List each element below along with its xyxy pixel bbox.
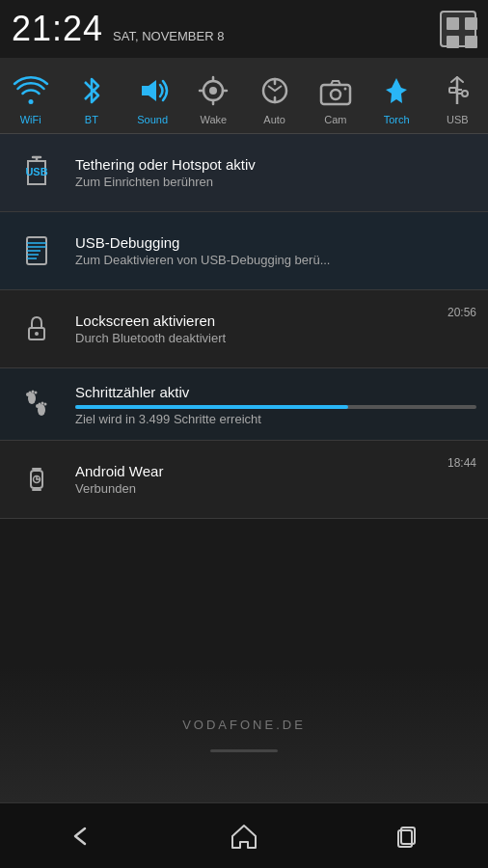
toggle-bt-label: BT	[85, 114, 98, 125]
usb-debug-title: USB-Debugging	[75, 234, 476, 251]
toggle-sound-label: Sound	[137, 114, 168, 125]
toggle-auto-label: Auto	[263, 114, 285, 125]
svg-rect-0	[447, 17, 459, 30]
contact-grid-icon	[440, 11, 476, 47]
svg-point-44	[41, 402, 44, 405]
lockscreen-content: Lockscreen aktivieren Durch Bluetooth de…	[75, 312, 440, 345]
toggle-auto[interactable]: Auto	[248, 66, 301, 129]
android-wear-time: 18:44	[447, 456, 476, 470]
toggle-wake-label: Wake	[201, 114, 228, 125]
carrier-text: VODAFONE.DE	[182, 718, 306, 732]
lockscreen-time: 20:56	[447, 306, 476, 319]
svg-point-40	[32, 391, 35, 393]
bg-section: VODAFONE.DE	[0, 667, 488, 802]
carrier-label-area: VODAFONE.DE	[0, 667, 488, 802]
lockscreen-title: Lockscreen aktivieren	[75, 312, 440, 329]
svg-point-45	[44, 403, 47, 406]
notification-pedometer[interactable]: Schrittzähler aktiv Ziel wird in 3.499 S…	[0, 368, 488, 441]
svg-rect-21	[449, 88, 456, 93]
usb-icon	[436, 69, 478, 112]
pedometer-subtitle: Ziel wird in 3.499 Schritte erreicht	[75, 412, 476, 426]
progress-bar-fill	[75, 405, 348, 409]
status-right	[440, 11, 476, 47]
footprint-icon-wrap	[12, 380, 62, 430]
usb-debug-content: USB-Debugging Zum Deaktivieren von USB-D…	[75, 234, 476, 267]
toggle-bt[interactable]: BT	[65, 66, 118, 129]
wifi-icon	[10, 69, 52, 112]
home-button[interactable]	[215, 807, 273, 865]
quick-toggles: WiFi BT Sound	[0, 58, 488, 134]
usb-debug-icon-wrap	[12, 226, 62, 276]
recents-button[interactable]	[378, 807, 436, 865]
android-wear-content: Android Wear Verbunden	[75, 463, 440, 496]
usb-debug-subtitle: Zum Deaktivieren von USB-Debugging berü.…	[75, 253, 476, 267]
notification-android-wear[interactable]: Android Wear Verbunden 18:44	[0, 441, 488, 519]
status-time: 21:24	[12, 9, 103, 49]
tethering-icon-wrap: USB	[12, 148, 62, 198]
toggle-torch-label: Torch	[384, 114, 410, 125]
notification-lockscreen[interactable]: Lockscreen aktivieren Durch Bluetooth de…	[0, 290, 488, 368]
status-date: SAT, NOVEMBER 8	[113, 29, 224, 43]
lock-icon-wrap	[12, 304, 62, 354]
wake-icon	[192, 69, 234, 112]
toggles-row: WiFi BT Sound	[0, 66, 488, 129]
toggle-wake[interactable]: Wake	[187, 66, 240, 129]
android-wear-title: Android Wear	[75, 463, 440, 479]
camera-icon	[314, 69, 357, 112]
svg-marker-52	[232, 826, 256, 848]
svg-marker-4	[142, 80, 156, 101]
svg-point-35	[35, 332, 39, 336]
android-wear-subtitle: Verbunden	[75, 481, 440, 496]
notification-usb-debug[interactable]: USB-Debugging Zum Deaktivieren von USB-D…	[0, 212, 488, 290]
svg-rect-3	[465, 36, 477, 48]
svg-point-22	[462, 91, 468, 96]
svg-text:USB: USB	[25, 166, 47, 177]
status-left: 21:24 SAT, NOVEMBER 8	[12, 9, 224, 49]
pedometer-title: Schrittzähler aktiv	[75, 384, 476, 400]
toggle-usb-label: USB	[447, 114, 469, 125]
auto-icon	[254, 69, 296, 112]
progress-bar-wrap	[75, 405, 476, 409]
watch-icon-wrap	[12, 454, 62, 504]
lockscreen-subtitle: Durch Bluetooth deaktiviert	[75, 331, 440, 345]
back-button[interactable]	[52, 807, 110, 865]
sound-icon	[131, 69, 174, 112]
bluetooth-icon	[70, 69, 113, 112]
toggle-cam-label: Cam	[324, 114, 346, 125]
toggle-wifi-label: WiFi	[20, 114, 41, 125]
svg-rect-2	[447, 36, 459, 48]
svg-point-16	[343, 88, 346, 91]
torch-icon	[375, 69, 418, 112]
scroll-bar	[210, 749, 278, 752]
tethering-title: Tethering oder Hotspot aktiv	[75, 156, 476, 173]
toggle-torch[interactable]: Torch	[370, 66, 423, 129]
toggle-usb[interactable]: USB	[431, 66, 484, 129]
svg-rect-1	[465, 17, 477, 30]
svg-point-39	[29, 392, 32, 394]
svg-point-6	[209, 87, 217, 95]
pedometer-content: Schrittzähler aktiv Ziel wird in 3.499 S…	[75, 384, 476, 426]
svg-point-43	[39, 403, 41, 406]
nav-bar	[0, 802, 488, 868]
notification-list: USB Tethering oder Hotspot aktiv Zum Ein…	[0, 134, 488, 519]
tethering-content: Tethering oder Hotspot aktiv Zum Einrich…	[75, 156, 476, 189]
status-bar: 21:24 SAT, NOVEMBER 8	[0, 0, 488, 58]
svg-point-41	[35, 392, 38, 394]
toggle-cam[interactable]: Cam	[309, 66, 362, 129]
notification-tethering[interactable]: USB Tethering oder Hotspot aktiv Zum Ein…	[0, 134, 488, 212]
svg-point-15	[331, 90, 340, 99]
tethering-subtitle: Zum Einrichten berühren	[75, 175, 476, 189]
toggle-wifi[interactable]: WiFi	[4, 66, 57, 129]
toggle-sound[interactable]: Sound	[126, 66, 179, 129]
svg-marker-17	[386, 78, 407, 103]
